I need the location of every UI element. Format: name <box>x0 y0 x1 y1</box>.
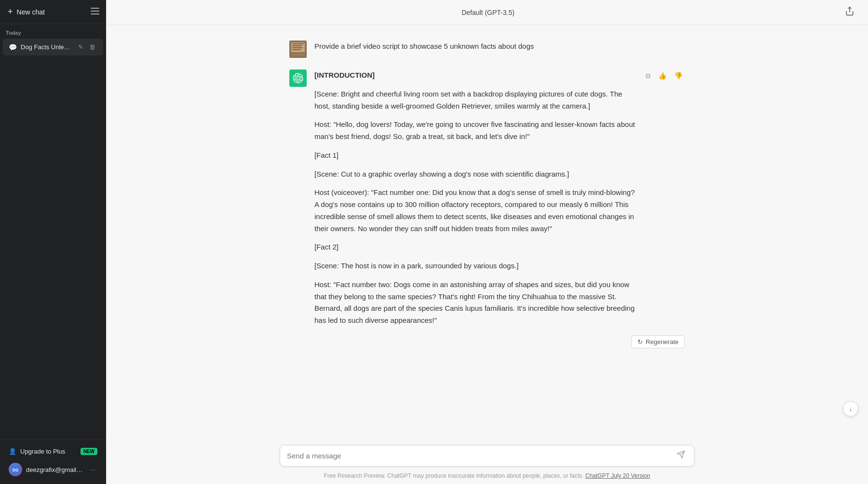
plus-icon: + <box>8 7 13 17</box>
assistant-fact1-host: Host (voiceover): "Fact number one: Did … <box>314 187 636 235</box>
assistant-fact1-label: [Fact 1] <box>314 150 636 162</box>
avatar-image: DG <box>9 463 22 476</box>
thumbs-down-icon: 👎 <box>674 72 682 80</box>
chat-icon: 💬 <box>9 43 17 51</box>
svg-rect-9 <box>292 45 302 46</box>
share-button[interactable] <box>841 4 858 20</box>
user-message-text: Provide a brief video script to showcase… <box>314 41 685 52</box>
svg-rect-1 <box>91 11 99 12</box>
edit-chat-button[interactable]: ✎ <box>76 42 85 52</box>
send-button[interactable] <box>675 450 687 461</box>
user-message-row: Provide a brief video script to showcase… <box>270 35 704 64</box>
svg-rect-8 <box>292 43 304 44</box>
user-message-avatar <box>289 41 307 58</box>
assistant-message-content: [INTRODUCTION] [Scene: Bright and cheerf… <box>314 69 636 327</box>
assistant-scene1: [Scene: Bright and cheerful living room … <box>314 88 636 112</box>
footer-note: Free Research Preview. ChatGPT may produ… <box>106 470 868 484</box>
share-icon <box>845 8 854 18</box>
sidebar-icon <box>91 8 99 16</box>
topbar: Default (GPT-3.5) <box>106 0 868 25</box>
thumbs-up-button[interactable]: 👍 <box>656 70 669 81</box>
thumbs-up-icon: 👍 <box>658 72 666 80</box>
footer-note-text: Free Research Preview. ChatGPT may produ… <box>324 472 584 479</box>
assistant-message-actions: ⧉ 👍 👎 <box>643 69 685 82</box>
thumbs-down-button[interactable]: 👎 <box>672 70 685 81</box>
sidebar-toggle-button[interactable] <box>88 5 102 19</box>
assistant-intro-label: [INTRODUCTION] <box>314 69 636 82</box>
scroll-down-button[interactable]: ↓ <box>843 401 858 416</box>
svg-rect-12 <box>291 53 305 56</box>
chat-item-label: Dog Facts Unleashed <box>21 43 72 51</box>
footer-link[interactable]: ChatGPT July 20 Version <box>585 472 651 479</box>
copy-icon: ⧉ <box>646 72 651 80</box>
chat-item-actions: ✎ 🗑 <box>76 42 97 52</box>
input-area <box>106 440 868 470</box>
svg-rect-2 <box>91 14 99 14</box>
chat-item-dog-facts[interactable]: 💬 Dog Facts Unleashed ✎ 🗑 <box>3 39 103 55</box>
svg-rect-0 <box>91 8 99 9</box>
assistant-host-intro: Host: "Hello, dog lovers! Today, we're g… <box>314 119 636 143</box>
sidebar-footer: 👤 Upgrade to Plus NEW DG deezgrafix@gmai… <box>0 440 106 484</box>
sidebar-header: + New chat <box>0 0 106 24</box>
today-section: Today 💬 Dog Facts Unleashed ✎ 🗑 <box>0 24 106 56</box>
user-avatar: DG <box>9 463 22 476</box>
user-message-content: Provide a brief video script to showcase… <box>314 41 685 52</box>
send-icon <box>677 450 685 461</box>
input-wrapper <box>280 445 694 467</box>
main-content: Default (GPT-3.5) <box>106 0 868 484</box>
new-chat-label: New chat <box>17 8 45 16</box>
assistant-fact2-label: [Fact 2] <box>314 241 636 253</box>
sidebar: + New chat Today 💬 Dog Facts Unleashed ✎… <box>0 0 106 484</box>
regenerate-bar: ↻ Regenerate <box>270 332 704 350</box>
upgrade-to-plus-button[interactable]: 👤 Upgrade to Plus NEW <box>4 444 102 459</box>
copy-message-button[interactable]: ⧉ <box>643 70 653 82</box>
assistant-fact1-scene: [Scene: Cut to a graphic overlay showing… <box>314 168 636 180</box>
new-chat-button[interactable]: + New chat <box>4 4 88 20</box>
message-input[interactable] <box>287 452 675 460</box>
assistant-fact2-host: Host: "Fact number two: Dogs come in an … <box>314 279 636 327</box>
regenerate-label: Regenerate <box>646 338 678 346</box>
user-profile-row[interactable]: DG deezgrafix@gmail.com ··· <box>4 459 102 480</box>
svg-rect-11 <box>292 49 301 50</box>
delete-chat-button[interactable]: 🗑 <box>87 42 97 52</box>
model-label: Default (GPT-3.5) <box>135 9 841 16</box>
svg-text:DG: DG <box>13 468 18 472</box>
assistant-fact2-scene: [Scene: The host is now in a park, surro… <box>314 260 636 272</box>
user-more-button[interactable]: ··· <box>88 465 97 474</box>
scroll-down-icon: ↓ <box>849 405 853 413</box>
assistant-message-row: [INTRODUCTION] [Scene: Bright and cheerf… <box>270 64 704 332</box>
upgrade-label: Upgrade to Plus <box>20 448 65 455</box>
svg-rect-10 <box>292 47 303 48</box>
assistant-avatar <box>289 69 307 87</box>
regenerate-icon: ↻ <box>637 338 643 346</box>
today-label: Today <box>0 24 106 38</box>
chat-area: Provide a brief video script to showcase… <box>106 25 868 440</box>
regenerate-button[interactable]: ↻ Regenerate <box>631 335 685 348</box>
person-icon: 👤 <box>9 448 16 455</box>
user-email: deezgrafix@gmail.com <box>26 466 84 473</box>
upgrade-badge: NEW <box>81 448 97 455</box>
